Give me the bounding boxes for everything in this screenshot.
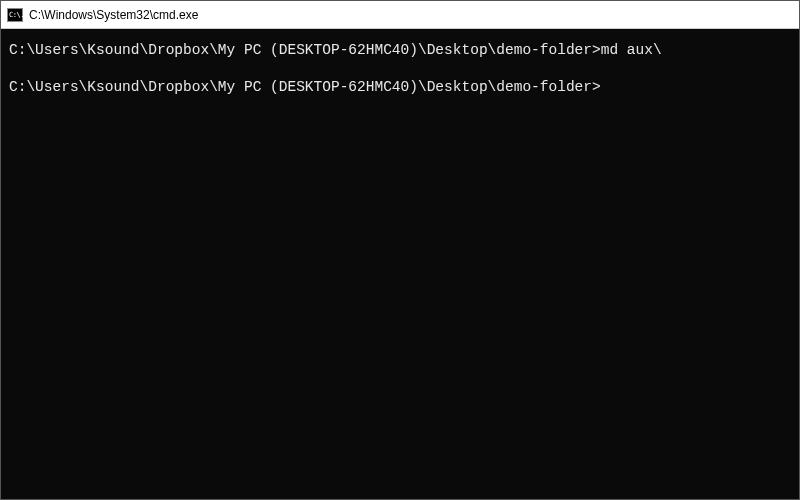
prompt: C:\Users\Ksound\Dropbox\My PC (DESKTOP-6… bbox=[9, 42, 601, 58]
window-title: C:\Windows\System32\cmd.exe bbox=[29, 8, 198, 22]
prompt: C:\Users\Ksound\Dropbox\My PC (DESKTOP-6… bbox=[9, 79, 601, 95]
command-text: md aux\ bbox=[601, 42, 662, 58]
cmd-icon-text: C:\. bbox=[9, 11, 24, 19]
terminal-line: C:\Users\Ksound\Dropbox\My PC (DESKTOP-6… bbox=[9, 41, 791, 60]
cmd-icon: C:\. bbox=[7, 8, 23, 22]
window-title-bar[interactable]: C:\. C:\Windows\System32\cmd.exe bbox=[1, 1, 799, 29]
terminal-line: C:\Users\Ksound\Dropbox\My PC (DESKTOP-6… bbox=[9, 78, 791, 97]
terminal-output[interactable]: C:\Users\Ksound\Dropbox\My PC (DESKTOP-6… bbox=[1, 29, 799, 499]
